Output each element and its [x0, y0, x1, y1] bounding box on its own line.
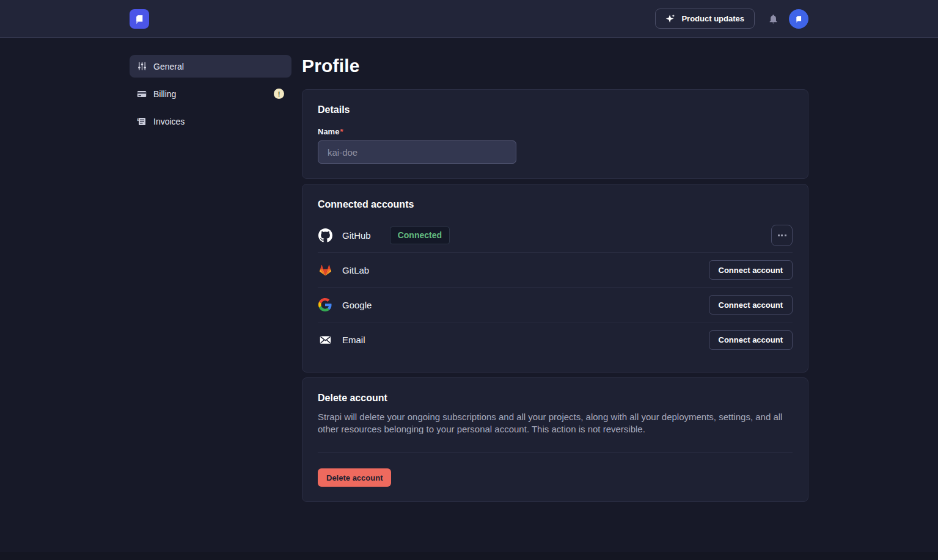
account-row-gitlab: GitLab Connect account [318, 253, 793, 288]
sidebar-item-label: General [153, 62, 284, 71]
sidebar-item-label: Invoices [153, 117, 284, 126]
sidebar-item-billing[interactable]: Billing ! [130, 82, 291, 105]
email-icon [318, 333, 332, 347]
provider-name: Email [342, 335, 365, 345]
sidebar-item-invoices[interactable]: $ Invoices [130, 110, 291, 133]
notifications-button[interactable] [768, 13, 779, 24]
sliders-icon [137, 62, 147, 71]
sparkles-icon [665, 13, 676, 24]
bell-icon [768, 13, 779, 24]
connected-accounts-card: Connected accounts GitHub Connected [302, 184, 808, 373]
google-connect-button[interactable]: Connect account [709, 295, 793, 315]
delete-account-description: Strapi will delete your ongoing subscrip… [318, 411, 793, 435]
gitlab-connect-button[interactable]: Connect account [709, 260, 793, 280]
provider-name: GitLab [342, 265, 369, 275]
connected-accounts-title: Connected accounts [318, 199, 793, 210]
product-updates-label: Product updates [681, 14, 744, 23]
credit-card-icon [137, 89, 147, 99]
accounts-list: GitHub Connected [318, 218, 793, 357]
topbar: Product updates [0, 0, 938, 38]
account-row-google: Google Connect account [318, 288, 793, 322]
github-options-button[interactable] [771, 225, 793, 246]
ellipsis-icon [778, 235, 786, 236]
sidebar-item-general[interactable]: General [130, 55, 291, 78]
account-row-github: GitHub Connected [318, 218, 793, 253]
name-input[interactable] [318, 140, 516, 164]
delete-account-title: Delete account [318, 393, 793, 404]
connected-status-badge: Connected [390, 227, 450, 244]
strapi-glyph-icon [131, 11, 147, 27]
strapi-avatar-icon [793, 13, 805, 25]
google-icon [318, 297, 332, 312]
product-updates-button[interactable]: Product updates [655, 9, 755, 29]
account-row-email: Email Connect account [318, 322, 793, 357]
required-asterisk: * [340, 127, 343, 136]
name-field-label: Name* [318, 127, 793, 136]
delete-account-button[interactable]: Delete account [318, 468, 391, 487]
strapi-logo-icon[interactable] [130, 9, 149, 29]
details-card: Details Name* [302, 89, 808, 179]
bottom-edge-strip [0, 552, 938, 560]
email-connect-button[interactable]: Connect account [709, 330, 793, 350]
provider-name: Google [342, 300, 372, 310]
main-content: Profile Details Name* Connected accounts… [302, 38, 808, 507]
gitlab-icon [318, 263, 332, 277]
divider [318, 452, 793, 453]
billing-warning-badge: ! [274, 89, 284, 99]
invoice-icon: $ [137, 117, 147, 126]
page-title: Profile [302, 56, 808, 76]
delete-account-card: Delete account Strapi will delete your o… [302, 377, 808, 502]
user-avatar[interactable] [789, 9, 808, 29]
settings-sidebar: General Billing ! $ [130, 55, 291, 133]
github-icon [318, 228, 332, 242]
sidebar-item-label: Billing [153, 89, 274, 99]
details-card-title: Details [318, 104, 793, 115]
provider-name: GitHub [342, 230, 371, 241]
